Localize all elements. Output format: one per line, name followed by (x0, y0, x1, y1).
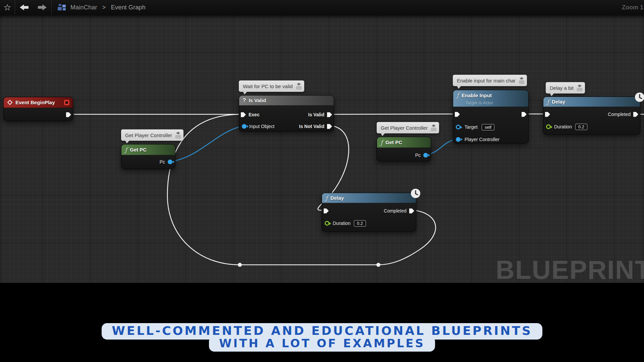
node-delay-2[interactable]: ƒ Delay Completed Duration 0.2 (543, 97, 640, 135)
graph-toolbar: ☆ MainChar > Event Graph Zoom 1:1 (0, 0, 644, 15)
comment-pin-icon[interactable]: ⋯ (175, 132, 181, 138)
duration-value-field[interactable]: 0.2 (354, 220, 366, 227)
exec-input-pin[interactable] (324, 208, 329, 214)
pin-label: Input Object (249, 124, 275, 129)
pin-label: Pc (415, 153, 421, 158)
node-header[interactable]: ? Is Valid (239, 96, 334, 106)
node-is-valid[interactable]: ? Is Valid Exec Is Valid Input Object Is… (239, 95, 334, 131)
pc-output-pin[interactable] (168, 160, 172, 164)
blueprint-class-icon (58, 4, 66, 11)
node-header[interactable]: Event BeginPlay (4, 97, 73, 108)
promo-banner: WELL-COMMENTED AND EDUCATIONAL BLUEPRINT… (0, 323, 644, 352)
comment-text: Get Player Controller (125, 132, 172, 138)
node-title: Event BeginPlay (15, 100, 55, 105)
node-header[interactable]: ƒ Enable Input Target is Actor (453, 90, 528, 107)
event-diamond-icon (7, 100, 13, 105)
wire-layer (0, 15, 644, 283)
pin-row (453, 110, 528, 119)
function-icon: ƒ (457, 92, 459, 99)
pin-row: Completed (322, 206, 416, 216)
bottom-black-band: WELL-COMMENTED AND EDUCATIONAL BLUEPRINT… (0, 283, 644, 362)
breadcrumb: MainChar > Event Graph (70, 4, 146, 11)
toolbar-divider (51, 0, 52, 15)
comment-pin-icon[interactable]: ⋯ (577, 84, 582, 91)
pin-label: Completed (608, 112, 631, 117)
completed-output-pin[interactable] (409, 208, 414, 214)
is-valid-output-pin[interactable] (327, 112, 332, 117)
duration-input-pin[interactable] (325, 221, 329, 226)
comment-pin-icon[interactable]: ⋯ (431, 124, 436, 131)
pin-row: Exec Is Valid (239, 110, 334, 119)
forward-arrow-icon[interactable] (38, 4, 47, 10)
node-subtitle: Target is Actor (457, 100, 525, 105)
node-event-beginplay[interactable]: Event BeginPlay (3, 97, 73, 121)
banner-line-2: WITH A LOT OF EXAMPLES (209, 336, 435, 352)
blueprint-editor-window: ☆ MainChar > Event Graph Zoom 1:1 (0, 0, 644, 362)
latent-clock-icon (635, 92, 644, 102)
exec-output-pin[interactable] (66, 112, 71, 117)
node-get-pc-2[interactable]: ƒ Get PC Pc (377, 137, 431, 162)
pin-label: Is Not Valid (299, 124, 324, 129)
back-arrow-icon[interactable] (20, 4, 29, 10)
node-delay-1[interactable]: ƒ Delay Completed Duration 0.2 (322, 193, 416, 232)
node-header[interactable]: ƒ Get PC (121, 144, 175, 155)
reroute-node[interactable] (376, 263, 380, 267)
toolbar-divider (15, 0, 15, 15)
player-controller-input-pin[interactable] (456, 137, 461, 142)
duration-value-field[interactable]: 0.2 (575, 124, 587, 130)
comment-pin-icon[interactable]: ⋯ (296, 83, 302, 89)
node-header[interactable]: ƒ Get PC (377, 137, 431, 148)
pin-label: Exec (249, 112, 260, 117)
node-title: Get PC (385, 139, 402, 145)
comment-text: Enable input for main char (457, 78, 516, 83)
event-override-badge-icon (64, 100, 69, 105)
duration-input-pin[interactable] (546, 124, 551, 129)
node-header[interactable]: ƒ Delay (322, 193, 416, 203)
node-get-pc-1[interactable]: ƒ Get PC Pc (121, 144, 175, 169)
input-object-pin[interactable] (242, 124, 247, 129)
comment-text: Wait for PC to be valid (243, 83, 293, 89)
exec-input-pin[interactable] (545, 112, 550, 117)
pin-label: Player Controller (465, 137, 499, 142)
pin-row: Input Object Is Not Valid (239, 122, 334, 131)
comment-bubble-delay-2[interactable]: Delay a bit ⋯ (546, 82, 585, 94)
breadcrumb-current[interactable]: Event Graph (111, 4, 146, 11)
node-title: Is Valid (249, 98, 266, 103)
latent-clock-icon (411, 188, 421, 198)
breadcrumb-separator-icon: > (102, 4, 106, 11)
pc-output-pin[interactable] (423, 153, 428, 158)
node-title: Delay (330, 195, 344, 201)
pin-row: Player Controller (453, 135, 528, 144)
question-mark-icon: ? (243, 97, 246, 104)
pin-label: Duration (554, 124, 572, 129)
completed-output-pin[interactable] (633, 112, 638, 117)
exec-output-pin[interactable] (522, 112, 527, 117)
pin-row: Target self (453, 122, 528, 132)
comment-bubble-is-valid[interactable]: Wait for PC to be valid ⋯ (239, 80, 304, 92)
node-title: Get PC (130, 147, 147, 153)
comment-bubble-get-pc-2[interactable]: Get Player Controller ⋯ (377, 122, 439, 133)
pin-label: Is Valid (308, 112, 324, 117)
pin-label: Target (465, 124, 478, 130)
breadcrumb-parent[interactable]: MainChar (70, 4, 97, 11)
comment-text: Delay a bit (550, 85, 574, 91)
exec-input-pin[interactable] (241, 112, 246, 117)
comment-bubble-enable-input[interactable]: Enable input for main char ⋯ (453, 75, 527, 86)
exec-input-pin[interactable] (455, 112, 460, 117)
node-header[interactable]: ƒ Delay (543, 97, 640, 107)
target-input-pin[interactable] (456, 125, 461, 129)
comment-pin-icon[interactable]: ⋯ (519, 77, 524, 84)
is-not-valid-output-pin[interactable] (327, 124, 332, 129)
pin-label: Pc (160, 159, 165, 165)
reroute-node[interactable] (238, 263, 242, 267)
pin-label: Duration (333, 221, 351, 226)
zoom-level-label: Zoom 1:1 (622, 0, 644, 15)
event-graph-canvas[interactable]: Get Player Controller ⋯ Wait for PC to b… (0, 15, 644, 283)
pin-row: Duration 0.2 (322, 219, 416, 228)
wire-isvalid-to-enableinput[interactable] (333, 114, 455, 114)
node-enable-input[interactable]: ƒ Enable Input Target is Actor Target se… (453, 90, 529, 143)
favorite-star-icon[interactable]: ☆ (0, 0, 15, 15)
comment-bubble-get-pc-1[interactable]: Get Player Controller ⋯ (121, 129, 183, 141)
function-icon: ƒ (547, 98, 549, 106)
target-value-field[interactable]: self (482, 124, 494, 130)
